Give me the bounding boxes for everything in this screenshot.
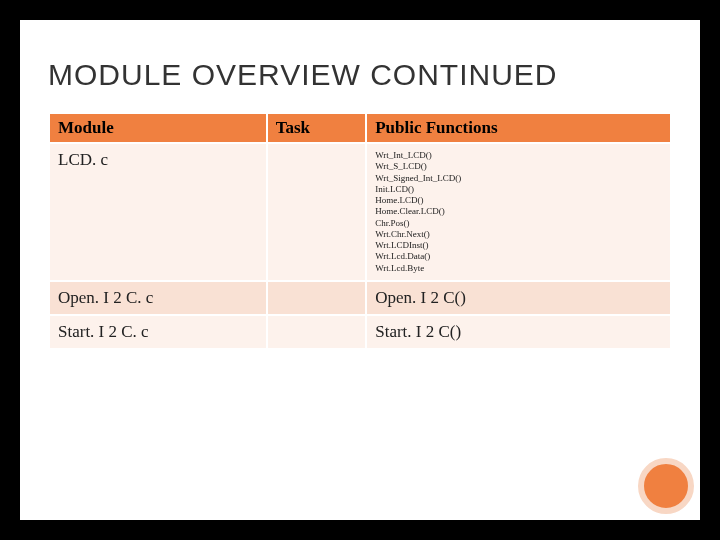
cell-functions: Start. I 2 C() [366, 315, 671, 349]
header-module: Module [49, 113, 267, 143]
header-functions: Public Functions [366, 113, 671, 143]
header-task: Task [267, 113, 367, 143]
cell-task [267, 281, 367, 315]
cell-functions: Wrt_Int_LCD() Wrt_S_LCD() Wrt_Signed_Int… [366, 143, 671, 281]
decorative-circle-icon [638, 458, 694, 514]
cell-module: Start. I 2 C. c [49, 315, 267, 349]
cell-module: Open. I 2 C. c [49, 281, 267, 315]
cell-task [267, 315, 367, 349]
table-header-row: Module Task Public Functions [49, 113, 671, 143]
cell-functions: Open. I 2 C() [366, 281, 671, 315]
slide: MODULE OVERVIEW CONTINUED Module Task Pu… [20, 20, 700, 520]
cell-module: LCD. c [49, 143, 267, 281]
table-row: Start. I 2 C. c Start. I 2 C() [49, 315, 671, 349]
table-row: LCD. c Wrt_Int_LCD() Wrt_S_LCD() Wrt_Sig… [49, 143, 671, 281]
page-title: MODULE OVERVIEW CONTINUED [48, 58, 672, 92]
table-row: Open. I 2 C. c Open. I 2 C() [49, 281, 671, 315]
module-table: Module Task Public Functions LCD. c Wrt_… [48, 112, 672, 350]
cell-task [267, 143, 367, 281]
